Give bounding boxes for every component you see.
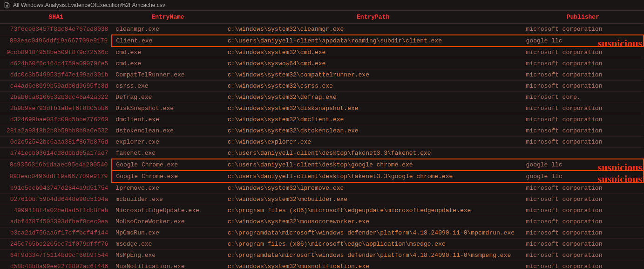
- cell-sha1: 9ccb89184958be509f879c72566c: [0, 47, 112, 58]
- cell-publisher: microsoft corporation: [522, 194, 644, 205]
- header-entrypath[interactable]: EntryPath: [224, 11, 522, 24]
- cell-entrypath: c:\windows\system32\disksnapshot.exe: [224, 103, 522, 114]
- cell-entrypath: c:\windows\system32\mcbuilder.exe: [224, 194, 522, 205]
- table-row[interactable]: 027610bf59b4dd6448e90c5104amcbuilder.exe…: [0, 194, 644, 205]
- table-row[interactable]: 2bab0ca8106532b3dc46a42a322Defrag.exec:\…: [0, 92, 644, 103]
- table-row[interactable]: 9ccb89184958be509f879c72566ccmd.exec:\wi…: [0, 47, 644, 58]
- cell-sha1: b3ca21d756aa6f17cffbcf4f144: [0, 228, 112, 239]
- table-row[interactable]: 4999118f4a02be8ad5f1db8febMicrosoftEdgeU…: [0, 205, 644, 216]
- cell-publisher: google llcsuspicious: [522, 159, 644, 171]
- cell-entryname: lpremove.exe: [112, 182, 224, 194]
- cell-publisher: microsoft corporation: [522, 114, 644, 125]
- cell-sha1: d58b48b8a99ee2278802ac6f446: [0, 261, 112, 269]
- cell-entrypath: c:\windows\system32\csrss.exe: [224, 81, 522, 92]
- cell-sha1: c44ad6e8099b59adb0d9695fc8d: [0, 81, 112, 92]
- table-row[interactable]: 093eac0496ddf19a667709e9179Client.exec:\…: [0, 35, 644, 47]
- cell-entryname: mcbuilder.exe: [112, 194, 224, 205]
- table-row[interactable]: 2b9b9ae793dfb1a8ef6f8805bb6DiskSnapshot.…: [0, 103, 644, 114]
- header-entryname[interactable]: EntryName: [112, 11, 224, 24]
- suspicious-annotation: suspicious: [598, 173, 642, 182]
- cell-publisher: microsoft corporation: [522, 228, 644, 239]
- cell-sha1: 027610bf59b4dd6448e90c5104a: [0, 194, 112, 205]
- cell-sha1: b91e5ccb043747d2344a9d51754: [0, 182, 112, 194]
- cell-publisher: microsoft corporation: [522, 239, 644, 250]
- cell-entrypath: c:\windows\system32\compattelrunner.exe: [224, 69, 522, 81]
- table-row[interactable]: d324699bae03fc00d5bbe776260dmclient.exec…: [0, 114, 644, 125]
- cell-sha1: 093eac0496ddf19a667709e9179: [0, 171, 112, 182]
- suspicious-annotation: suspicious: [598, 161, 642, 171]
- cell-entryname: Defrag.exe: [112, 92, 224, 103]
- cell-entrypath: c:\users\daniyyell-client\desktop\fakene…: [224, 171, 522, 182]
- cell-entryname: dmclient.exe: [112, 114, 224, 125]
- cell-entrypath: c:\windows\system32\dstokenclean.exe: [224, 125, 522, 137]
- tab-title[interactable]: All Windows.Analysis.EvidenceOfExecution…: [13, 2, 165, 8]
- table-header-row: SHA1 EntryName EntryPath Publisher: [0, 11, 644, 24]
- table-row[interactable]: ddc0c3b549953df47e199ad301bCompatTelRunn…: [0, 69, 644, 81]
- cell-sha1: 093eac0496ddf19a667709e9179: [0, 35, 112, 47]
- cell-entryname: Google Chrome.exe: [112, 171, 224, 182]
- cell-entrypath: c:\programdata\microsoft\windows defende…: [224, 228, 522, 239]
- header-publisher[interactable]: Publisher: [522, 11, 644, 24]
- cell-entrypath: c:\windows\system32\lpremove.exe: [224, 182, 522, 194]
- cell-publisher: microsoft corporation: [522, 69, 644, 81]
- cell-sha1: adbf47874503393dfbef8cec0ea: [0, 216, 112, 228]
- table-row[interactable]: 73f6ce63457f8dc84e767ed8038cleanmgr.exec…: [0, 24, 644, 35]
- cell-publisher: google llcsuspicious: [522, 171, 644, 182]
- cell-sha1: a741ecb03614cd8dbbd65a17ae7: [0, 148, 112, 159]
- cell-entryname: cleanmgr.exe: [112, 24, 224, 35]
- table-row[interactable]: b3ca21d756aa6f17cffbcf4f144MpCmdRun.exec…: [0, 228, 644, 239]
- table-row[interactable]: a741ecb03614cd8dbbd65a17ae7fakenet.exec:…: [0, 148, 644, 159]
- table-row[interactable]: c44ad6e8099b59adb0d9695fc8dcsrss.exec:\w…: [0, 81, 644, 92]
- cell-entryname: MpCmdRun.exe: [112, 228, 224, 239]
- cell-sha1: 64f9d3347f5114bd9cf60b9f544: [0, 250, 112, 261]
- cell-entrypath: c:\users\daniyyell-client\desktop\google…: [224, 159, 522, 171]
- table-row[interactable]: 281a2a9818b2b8b59bb8b9a6e532dstokenclean…: [0, 125, 644, 137]
- cell-sha1: 4999118f4a02be8ad5f1db8feb: [0, 205, 112, 216]
- table-row[interactable]: 093eac0496ddf19a667709e9179Google Chrome…: [0, 171, 644, 182]
- cell-publisher: microsoft corporation: [522, 81, 644, 92]
- cell-sha1: 0c9356316b1daaec95e4a200540: [0, 159, 112, 171]
- cell-sha1: d324699bae03fc00d5bbe776260: [0, 114, 112, 125]
- cell-publisher: microsoft corporation: [522, 47, 644, 58]
- cell-entryname: dstokenclean.exe: [112, 125, 224, 137]
- file-icon: [4, 2, 10, 8]
- cell-entryname: cmd.exe: [112, 47, 224, 58]
- cell-entryname: CompatTelRunner.exe: [112, 69, 224, 81]
- cell-entrypath: c:\windows\system32\mousocoreworker.exe: [224, 216, 522, 228]
- cell-sha1: d624b60f6c164c4759a09079fe5: [0, 58, 112, 69]
- table-row[interactable]: d624b60f6c164c4759a09079fe5cmd.exec:\win…: [0, 58, 644, 69]
- table-row[interactable]: adbf47874503393dfbef8cec0eaMoUsoCoreWork…: [0, 216, 644, 228]
- cell-sha1: ddc0c3b549953df47e199ad301b: [0, 69, 112, 81]
- cell-sha1: 0c2c52542bc6aaa381f867b876d: [0, 137, 112, 148]
- header-sha1[interactable]: SHA1: [0, 11, 112, 24]
- table-row[interactable]: d58b48b8a99ee2278802ac6f446MusNotificati…: [0, 261, 644, 269]
- cell-publisher: microsoft corporation: [522, 261, 644, 269]
- table-row[interactable]: b91e5ccb043747d2344a9d51754lpremove.exec…: [0, 182, 644, 194]
- cell-entryname: MusNotification.exe: [112, 261, 224, 269]
- cell-entryname: MicrosoftEdgeUpdate.exe: [112, 205, 224, 216]
- cell-entryname: DiskSnapshot.exe: [112, 103, 224, 114]
- table-row[interactable]: 0c9356316b1daaec95e4a200540Google Chrome…: [0, 159, 644, 171]
- cell-publisher: microsoft corporation: [522, 216, 644, 228]
- cell-publisher: microsoft corporation: [522, 103, 644, 114]
- cell-publisher: microsoft corp.: [522, 92, 644, 103]
- suspicious-annotation: suspicious: [598, 37, 642, 47]
- table-row[interactable]: 0c2c52542bc6aaa381f867b876dexplorer.exec…: [0, 137, 644, 148]
- table-row[interactable]: 64f9d3347f5114bd9cf60b9f544MsMpEng.exec:…: [0, 250, 644, 261]
- cell-sha1: 281a2a9818b2b8b59bb8b9a6e532: [0, 125, 112, 137]
- cell-entryname: MoUsoCoreWorker.exe: [112, 216, 224, 228]
- cell-entrypath: c:\program files (x86)\microsoft\edgeupd…: [224, 205, 522, 216]
- cell-entrypath: c:\programdata\microsoft\windows defende…: [224, 250, 522, 261]
- cell-entryname: explorer.exe: [112, 137, 224, 148]
- cell-publisher: microsoft corporation: [522, 24, 644, 35]
- cell-entryname: csrss.exe: [112, 81, 224, 92]
- data-table: SHA1 EntryName EntryPath Publisher 73f6c…: [0, 11, 644, 269]
- cell-publisher: google llcsuspicious: [522, 35, 644, 47]
- cell-entrypath: c:\users\daniyyell-client\appdata\roamin…: [224, 35, 522, 47]
- cell-entrypath: c:\program files (x86)\microsoft\edge\ap…: [224, 239, 522, 250]
- cell-entrypath: c:\windows\system32\dmclient.exe: [224, 114, 522, 125]
- cell-entrypath: c:\users\daniyyell-client\desktop\fakene…: [224, 148, 522, 159]
- cell-entrypath: c:\windows\system32\cleanmgr.exe: [224, 24, 522, 35]
- cell-publisher: microsoft corporation: [522, 58, 644, 69]
- table-row[interactable]: 245c765be2205ee71f079dfff76msedge.exec:\…: [0, 239, 644, 250]
